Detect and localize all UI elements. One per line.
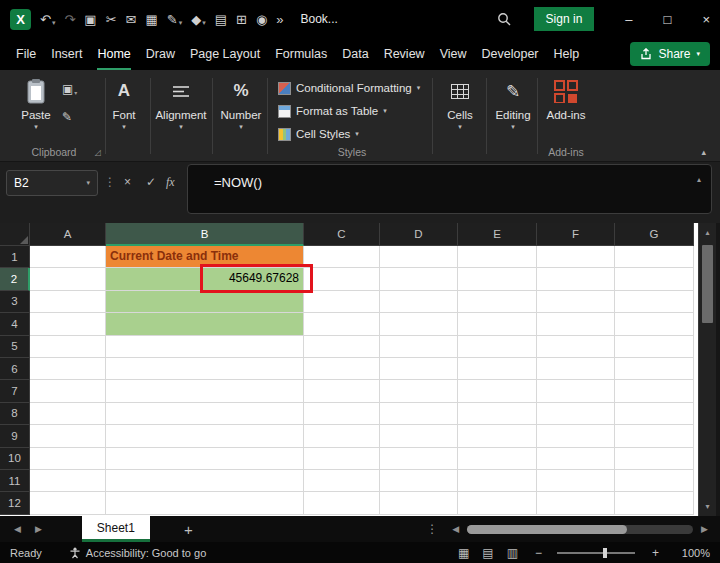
cell-g2[interactable]	[615, 268, 694, 290]
copy-icon[interactable]: ▣	[84, 13, 96, 26]
cell-d1[interactable]	[380, 246, 458, 268]
cell-f3[interactable]	[537, 291, 615, 313]
cell-a11[interactable]	[30, 470, 106, 492]
cell-c5[interactable]	[304, 336, 380, 358]
scroll-up-icon[interactable]: ▴	[699, 228, 716, 237]
vertical-scrollbar[interactable]: ▴ ▾	[698, 223, 716, 516]
hscroll-left-icon[interactable]: ◀	[452, 524, 459, 534]
cell-c11[interactable]	[304, 470, 380, 492]
cell-d9[interactable]	[380, 425, 458, 447]
cell-f7[interactable]	[537, 380, 615, 402]
tab-page-layout[interactable]: Page Layout	[190, 38, 260, 70]
column-header-c[interactable]: C	[304, 223, 380, 246]
cell-a1[interactable]	[30, 246, 106, 268]
cell-e7[interactable]	[458, 380, 537, 402]
cell-f5[interactable]	[537, 336, 615, 358]
conditional-formatting-button[interactable]: Conditional Formatting ▾	[278, 78, 420, 98]
cell-e8[interactable]	[458, 403, 537, 425]
search-icon[interactable]	[497, 12, 511, 26]
cell-d8[interactable]	[380, 403, 458, 425]
copy-small-icon[interactable]: ▣▾	[62, 82, 77, 96]
number-button[interactable]: % Number ▾	[213, 75, 269, 131]
row-header-5[interactable]: 5	[0, 336, 30, 358]
cell-g9[interactable]	[615, 425, 694, 447]
cell-f10[interactable]	[537, 448, 615, 470]
cell-g10[interactable]	[615, 448, 694, 470]
cell-c1[interactable]	[304, 246, 380, 268]
view-page-layout-icon[interactable]: ▤	[482, 546, 493, 560]
maximize-button[interactable]: □	[664, 12, 672, 27]
cell-b4[interactable]	[106, 313, 304, 335]
cell-c9[interactable]	[304, 425, 380, 447]
cell-c3[interactable]	[304, 291, 380, 313]
cell-c2[interactable]	[304, 268, 380, 290]
row-header-3[interactable]: 3	[0, 291, 30, 313]
excel-logo-icon[interactable]: X	[10, 9, 31, 30]
cell-g6[interactable]	[615, 358, 694, 380]
tab-view[interactable]: View	[440, 38, 467, 70]
zoom-slider-thumb[interactable]	[603, 548, 607, 558]
cell-b8[interactable]	[106, 403, 304, 425]
format-as-table-button[interactable]: Format as Table ▾	[278, 101, 387, 121]
cell-f2[interactable]	[537, 268, 615, 290]
cell-d6[interactable]	[380, 358, 458, 380]
font-button[interactable]: A Font ▾	[101, 75, 147, 131]
cell-e9[interactable]	[458, 425, 537, 447]
column-header-b[interactable]: B	[106, 223, 304, 246]
row-header-8[interactable]: 8	[0, 403, 30, 425]
cell-d5[interactable]	[380, 336, 458, 358]
tab-data[interactable]: Data	[342, 38, 368, 70]
select-all-corner[interactable]	[0, 223, 30, 246]
cell-c12[interactable]	[304, 492, 380, 514]
sign-in-button[interactable]: Sign in	[534, 7, 595, 31]
cell-d2[interactable]	[380, 268, 458, 290]
cell-e10[interactable]	[458, 448, 537, 470]
cell-g11[interactable]	[615, 470, 694, 492]
add-sheet-button[interactable]: +	[184, 521, 193, 538]
cell-b10[interactable]	[106, 448, 304, 470]
row-header-11[interactable]: 11	[0, 470, 30, 492]
name-box[interactable]: B2 ▾	[6, 170, 98, 196]
formula-bar-dots-icon[interactable]: ⋮	[104, 175, 116, 189]
cell-c7[interactable]	[304, 380, 380, 402]
cell-a8[interactable]	[30, 403, 106, 425]
cell-g1[interactable]	[615, 246, 694, 268]
enter-icon[interactable]: ✓	[146, 175, 156, 189]
row-header-2[interactable]: 2	[0, 268, 30, 290]
cell-f6[interactable]	[537, 358, 615, 380]
camera-icon[interactable]: ◉	[256, 13, 267, 26]
cell-a5[interactable]	[30, 336, 106, 358]
cell-e3[interactable]	[458, 291, 537, 313]
cell-b7[interactable]	[106, 380, 304, 402]
cell-e4[interactable]	[458, 313, 537, 335]
row-header-6[interactable]: 6	[0, 358, 30, 380]
tab-review[interactable]: Review	[384, 38, 425, 70]
zoom-slider[interactable]	[557, 552, 635, 554]
row-header-1[interactable]: 1	[0, 246, 30, 268]
cell-e12[interactable]	[458, 492, 537, 514]
tab-insert[interactable]: Insert	[51, 38, 82, 70]
cut-icon[interactable]: ✂	[106, 13, 117, 26]
column-header-d[interactable]: D	[380, 223, 458, 246]
cell-d4[interactable]	[380, 313, 458, 335]
cell-f9[interactable]	[537, 425, 615, 447]
cancel-icon[interactable]: ×	[124, 175, 131, 189]
row-header-7[interactable]: 7	[0, 380, 30, 402]
dialog-launcher-icon[interactable]: ◿	[95, 148, 101, 157]
zoom-in-button[interactable]: +	[652, 546, 659, 560]
cell-d12[interactable]	[380, 492, 458, 514]
minimize-button[interactable]: –	[625, 12, 632, 27]
cell-d11[interactable]	[380, 470, 458, 492]
sheet-tab-sheet1[interactable]: Sheet1	[82, 516, 150, 542]
cell-e1[interactable]	[458, 246, 537, 268]
close-button[interactable]: ×	[702, 12, 710, 27]
row-header-9[interactable]: 9	[0, 425, 30, 447]
view-page-break-icon[interactable]: ▥	[507, 546, 518, 560]
cell-g5[interactable]	[615, 336, 694, 358]
cell-e6[interactable]	[458, 358, 537, 380]
sheetbar-dots-icon[interactable]: ⋮	[426, 522, 438, 536]
tab-developer[interactable]: Developer	[482, 38, 539, 70]
horizontal-scrollbar[interactable]	[467, 525, 693, 534]
row-header-10[interactable]: 10	[0, 448, 30, 470]
share-button[interactable]: Share ▾	[630, 42, 710, 66]
